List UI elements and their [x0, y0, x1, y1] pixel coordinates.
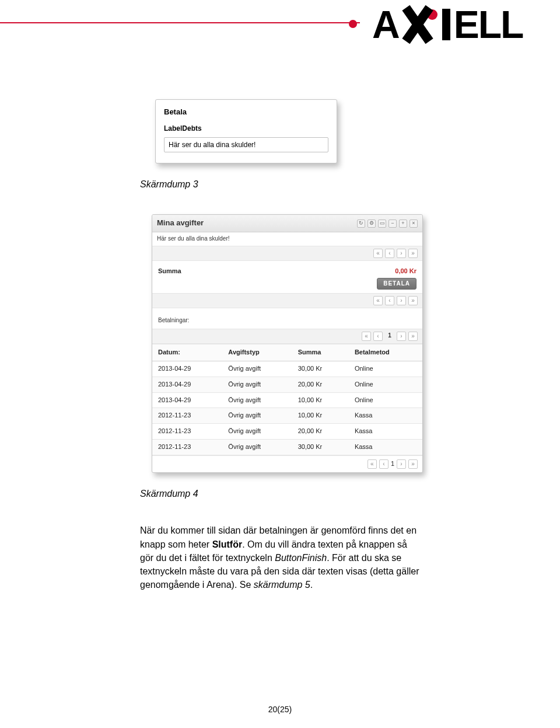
nav-last-icon[interactable]: » — [408, 332, 418, 341]
cell-date: 2012-11-23 — [152, 424, 222, 440]
cell-amount: 10,00 Kr — [292, 408, 349, 424]
body-paragraph: När du kommer till sidan där betalningen… — [140, 524, 423, 591]
nav-prev-icon[interactable]: ‹ — [385, 296, 394, 305]
brand-logo: AELL — [372, 2, 523, 47]
caption-3: Skärmdump 3 — [140, 177, 423, 191]
th-method: Betalmetod — [349, 344, 422, 361]
nav-next-icon[interactable]: › — [397, 459, 406, 469]
table-row: 2013-04-29Övrig avgift10,00 KrOnline — [152, 392, 422, 408]
summa-amount: 0,00 Kr — [377, 267, 416, 276]
th-date: Datum: — [152, 344, 222, 361]
cell-amount: 20,00 Kr — [292, 377, 349, 392]
th-type: Avgiftstyp — [222, 344, 292, 361]
table-row: 2013-04-29Övrig avgift20,00 KrOnline — [152, 377, 422, 392]
nav-row-top: « ‹ › » — [152, 246, 422, 261]
refresh-icon[interactable]: ↻ — [357, 220, 365, 228]
ss4-subheader: Här ser du alla dina skulder! — [152, 232, 422, 246]
cell-amount: 20,00 Kr — [292, 424, 349, 440]
titlebar-icons: ↻ ⚙ ▭ − + × — [357, 220, 418, 228]
payments-label: Betalningar: — [152, 308, 422, 329]
nav-row-pages: « ‹ 1 › » — [152, 329, 422, 344]
para-ital2: skärmdump 5 — [254, 580, 310, 590]
nav-row-mid: « ‹ › » — [152, 294, 422, 308]
cell-date: 2012-11-23 — [152, 408, 222, 424]
cell-date: 2013-04-29 — [152, 392, 222, 408]
nav-first-icon[interactable]: « — [368, 459, 377, 469]
screenshot-3-box: Betala LabelDebts — [155, 99, 337, 163]
ss3-title: Betala — [164, 107, 328, 118]
table-row: 2012-11-23Övrig avgift10,00 KrKassa — [152, 408, 422, 424]
cell-method: Kassa — [349, 424, 422, 440]
para-bold1: Slutför — [212, 539, 243, 549]
nav-next-icon[interactable]: › — [397, 296, 406, 305]
pay-button[interactable]: BETALA — [377, 278, 416, 290]
table-row: 2012-11-23Övrig avgift30,00 KrKassa — [152, 440, 422, 455]
cell-type: Övrig avgift — [222, 392, 292, 408]
nav-prev-icon[interactable]: ‹ — [379, 459, 388, 469]
table-row: 2012-11-23Övrig avgift20,00 KrKassa — [152, 424, 422, 440]
add-icon[interactable]: + — [399, 220, 407, 228]
cell-date: 2012-11-23 — [152, 440, 222, 455]
page-number: 1 — [385, 332, 394, 341]
para-ital1: ButtonFinish — [275, 553, 327, 563]
ss3-label: LabelDebts — [164, 124, 328, 134]
cell-amount: 30,00 Kr — [292, 361, 349, 377]
nav-last-icon[interactable]: » — [408, 249, 418, 258]
table-header-row: Datum: Avgiftstyp Summa Betalmetod — [152, 344, 422, 361]
nav-prev-icon[interactable]: ‹ — [373, 332, 383, 341]
page-footer: 20(25) — [0, 705, 560, 714]
cell-method: Kassa — [349, 408, 422, 424]
nav-first-icon[interactable]: « — [362, 332, 371, 341]
nav-first-icon[interactable]: « — [373, 296, 383, 305]
th-amount: Summa — [292, 344, 349, 361]
nav-next-icon[interactable]: › — [397, 249, 406, 258]
page-number: 1 — [391, 459, 394, 469]
cell-type: Övrig avgift — [222, 424, 292, 440]
cell-type: Övrig avgift — [222, 377, 292, 392]
cell-method: Kassa — [349, 440, 422, 455]
payments-table: Datum: Avgiftstyp Summa Betalmetod 2013-… — [152, 344, 422, 456]
gear-icon[interactable]: ⚙ — [368, 220, 376, 228]
cell-type: Övrig avgift — [222, 361, 292, 377]
summa-label: Summa — [158, 267, 181, 276]
cell-type: Övrig avgift — [222, 408, 292, 424]
nav-prev-icon[interactable]: ‹ — [385, 249, 394, 258]
cell-type: Övrig avgift — [222, 440, 292, 455]
logo-x-icon — [399, 8, 436, 41]
cell-method: Online — [349, 377, 422, 392]
ss3-input[interactable] — [164, 137, 328, 152]
cell-method: Online — [349, 361, 422, 377]
nav-row-bottom: « ‹ 1 › » — [152, 455, 422, 472]
nav-first-icon[interactable]: « — [373, 249, 383, 258]
cell-amount: 30,00 Kr — [292, 440, 349, 455]
table-row: 2013-04-29Övrig avgift30,00 KrOnline — [152, 361, 422, 377]
cell-date: 2013-04-29 — [152, 377, 222, 392]
screenshot-4-box: Mina avgifter ↻ ⚙ ▭ − + × Här ser du all… — [152, 214, 423, 473]
cell-date: 2013-04-29 — [152, 361, 222, 377]
para-t4: . — [310, 580, 313, 590]
header-rule-dot — [349, 20, 357, 28]
ss4-title: Mina avgifter — [157, 218, 204, 229]
minimize-icon[interactable]: − — [388, 220, 397, 228]
cell-amount: 10,00 Kr — [292, 392, 349, 408]
caption-4: Skärmdump 4 — [140, 487, 423, 500]
window-icon[interactable]: ▭ — [378, 220, 386, 228]
nav-next-icon[interactable]: › — [397, 332, 406, 341]
nav-last-icon[interactable]: » — [408, 296, 418, 305]
cell-method: Online — [349, 392, 422, 408]
nav-last-icon[interactable]: » — [408, 459, 418, 469]
close-icon[interactable]: × — [410, 220, 418, 228]
header-rule — [0, 22, 360, 23]
